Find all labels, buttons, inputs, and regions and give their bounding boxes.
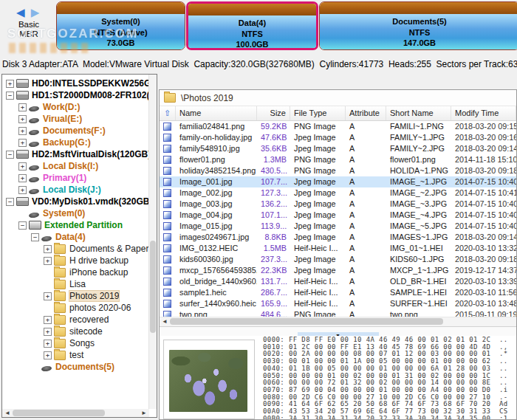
file-row-image-015-jpg[interactable]: Image_015.jpg113.9...Jpeg ImageAIMAGE_~5… — [160, 221, 516, 232]
scroll-left-icon[interactable]: ◄ — [162, 317, 168, 326]
scrollbar-thumb[interactable] — [170, 318, 443, 325]
file-row-surfer-1440x960-heic[interactable]: surfer_1440x960.heic165.9...Heif-Heic I.… — [160, 298, 516, 309]
tree-horizontal-scrollbar[interactable]: ◄ ► — [2, 409, 149, 417]
tree-item-data-4[interactable]: −Data(4) — [4, 231, 148, 243]
file-name: holiday34852154.png — [176, 165, 257, 176]
tree-item-backup-g[interactable]: +Backup(G:) — [4, 137, 148, 148]
file-type: Jpeg Image — [290, 187, 346, 199]
tree-item-system-0[interactable]: System(0) — [4, 207, 148, 219]
tree-item-documents-f[interactable]: +Documents(F:) — [4, 125, 148, 137]
file-row-image-002-jpg[interactable]: Image_002.jpg127.3...Jpeg ImageAIMAGE_~2… — [160, 187, 516, 199]
scroll-right-icon[interactable]: ► — [141, 409, 147, 417]
file-row-img-0132-heic[interactable]: IMG_0132.HEIC1.5MBHeif-Heic I...AIMG_01~… — [160, 243, 516, 254]
file-row-kids600360-jpg[interactable]: kids600360.jpg237.3...Jpeg ImageAKIDS60~… — [160, 254, 516, 265]
tree-vertical-scrollbar[interactable] — [148, 75, 157, 409]
file-row-sample1-heic[interactable]: sample1.heic286.7...Heif-Heic I...ASAMPL… — [160, 287, 516, 298]
collapse-minus-icon[interactable]: − — [31, 233, 39, 241]
tree-item-photos-2019[interactable]: +Photos 2019 — [4, 290, 148, 302]
file-short-name: IMAGE_~5.JPG — [386, 221, 451, 232]
tree-item-documents-papers[interactable]: +Documents & Papers — [4, 243, 148, 255]
file-list-horizontal-scrollbar[interactable]: ◄ — [160, 317, 516, 326]
tree-item-vd0-mydisk01-vmdk-320gb[interactable]: −VD0:MyDisk01.vmdk(320GB) — [4, 196, 148, 207]
expand-plus-icon[interactable]: + — [44, 292, 52, 300]
file-name: mxcp_157656459385... — [176, 265, 257, 276]
tree-item-local-disk-j[interactable]: +Local Disk(J:) — [4, 184, 148, 196]
tree-item-hd1-st2000dm008-2fr102-1863[interactable]: −HD1:ST2000DM008-2FR102(1863 — [4, 89, 148, 101]
file-type: Heif-Heic I... — [290, 298, 346, 309]
partition-name: Documents(5) — [320, 16, 517, 27]
tree-item-label: Songs — [69, 338, 95, 348]
tree-item-recovered[interactable]: +recovered — [4, 314, 148, 326]
tree-item-primary-1[interactable]: +Primary(1) — [4, 172, 148, 184]
file-row-image-001-jpg[interactable]: Image_001.jpg107.7...Jpeg ImageAIMAGE_~1… — [160, 176, 516, 187]
tree-item-local-disk-i[interactable]: +Local Disk(I:) — [4, 160, 148, 172]
column-header-size[interactable]: Size — [257, 106, 290, 120]
file-modify-time: 2014-07-15 10:41:08 — [451, 187, 516, 199]
expand-plus-icon[interactable]: + — [6, 80, 14, 88]
file-short-name: IMAGE_~4.JPG — [386, 210, 451, 221]
expand-plus-icon[interactable]: + — [44, 328, 52, 336]
column-header-name[interactable]: Name — [176, 106, 257, 120]
expand-plus-icon[interactable]: + — [18, 186, 27, 194]
expand-plus-icon[interactable]: + — [18, 127, 27, 135]
column-header-short-name[interactable]: Short Name — [386, 106, 451, 120]
file-row-family-on-holiday-jpg[interactable]: family-on-holiday.jpg47.6KBJpeg ImageAFA… — [160, 132, 516, 143]
partition-block-system-0[interactable]: System(0)NTFS (Active)73.0GB — [56, 1, 185, 50]
tree-item-iphone-backup[interactable]: iPhone backup — [4, 266, 148, 278]
tree-item-hd2-msftvirtualdisk-120gb[interactable]: −HD2:MsftVirtualDisk(120GB) — [4, 148, 148, 160]
file-row-image-003-jpg[interactable]: Image_003.jpg136.2...Jpeg ImageAIMAGE_~3… — [160, 199, 516, 210]
file-row-holiday34852154-png[interactable]: holiday34852154.png430.5...PNG ImageAHOL… — [160, 165, 516, 176]
file-row-image-004-jpg[interactable]: Image_004.jpg107.1...Jpeg ImageAIMAGE_~4… — [160, 210, 516, 221]
expand-plus-icon[interactable]: + — [18, 139, 27, 147]
tree-item-documents-5[interactable]: Documents(5) — [4, 361, 148, 373]
column-header-modify-time[interactable]: Modify Time — [451, 106, 516, 120]
file-short-name: FAMILY~1.JPG — [386, 132, 451, 143]
expand-plus-icon[interactable]: + — [44, 257, 52, 265]
tree-item-hd0-intelssdpekkw256g8-238[interactable]: +HD0:INTELSSDPEKKW256G8(238 — [4, 78, 148, 89]
expand-plus-icon[interactable]: + — [18, 174, 27, 182]
nav-back-icon[interactable]: ◀ — [16, 6, 27, 18]
file-row-two-png[interactable]: two.png484.6...PNG ImageAtwo.png2015-09-… — [160, 309, 516, 317]
file-size: 8.8KB — [257, 232, 290, 243]
splitter-bar[interactable]: ▼ — [160, 326, 516, 336]
file-name: familia024841.png — [176, 121, 257, 132]
partition-block-data-4[interactable]: Data(4)NTFS100.0GB — [186, 1, 318, 50]
file-row-old-bridge-1440x960[interactable]: old_bridge_1440x960...131.7...Heif-Heic … — [160, 276, 516, 287]
partition-used-bar — [188, 4, 316, 16]
tree-item-lisa[interactable]: Lisa — [4, 278, 148, 290]
collapse-minus-icon[interactable]: − — [6, 92, 14, 100]
file-row-images0249671-jpg[interactable]: images0249671.jpg8.8KBJpeg ImageAIMAGES~… — [160, 232, 516, 243]
expand-plus-icon[interactable]: + — [18, 115, 27, 123]
expand-plus-icon[interactable]: + — [18, 162, 27, 171]
file-row-flower01-png[interactable]: flower01.png1.3MBPNG ImageAflower01.png2… — [160, 154, 516, 165]
tree-item-extended-partition[interactable]: −Extended Partition — [4, 219, 148, 231]
tree-item-photos-2020-06[interactable]: photos 2020-06 — [4, 302, 148, 314]
tree-item-virual-e[interactable]: +Virual(E:) — [4, 113, 148, 125]
column-header-attribute[interactable]: Attribute — [346, 106, 386, 120]
expand-plus-icon[interactable]: + — [18, 103, 27, 111]
tree-item-songs[interactable]: +Songs — [4, 337, 148, 349]
sort-up-icon[interactable]: ⇧ — [160, 106, 176, 120]
file-row-family548910-jpg[interactable]: family548910.jpg35.6KBJpeg ImageAFAMILY~… — [160, 143, 516, 154]
expand-plus-icon[interactable]: + — [44, 316, 52, 324]
collapse-minus-icon[interactable]: − — [18, 221, 27, 230]
file-row-mxcp-157656459385[interactable]: mxcp_157656459385...22.3KBJpeg ImageAMXC… — [160, 265, 516, 276]
expand-plus-icon[interactable]: + — [44, 351, 52, 359]
file-row-familia024841-png[interactable]: familia024841.png59.2KBPNG ImageAFAMILI~… — [160, 121, 516, 132]
scroll-left-icon[interactable]: ◄ — [4, 409, 10, 417]
folder-icon — [54, 292, 66, 301]
column-header-file-type[interactable]: File Type — [290, 106, 346, 120]
expand-plus-icon[interactable]: + — [44, 340, 52, 348]
tree-item-h-drive-backup[interactable]: +H drive backup — [4, 255, 148, 266]
tree-item-label: HD1:ST2000DM008-2FR102(1863 — [32, 90, 148, 100]
tree-item-test[interactable]: +test — [4, 349, 148, 361]
partition-block-documents-5[interactable]: Documents(5)NTFS147.0GB — [319, 1, 517, 50]
tree-item-sitecode[interactable]: +sitecode — [4, 326, 148, 337]
file-type: Jpeg Image — [290, 265, 346, 276]
expand-plus-icon[interactable]: + — [44, 245, 52, 253]
tree-item-work-d[interactable]: +Work(D:) — [4, 101, 148, 113]
nav-forward-icon[interactable]: ▶ — [31, 6, 41, 18]
collapse-minus-icon[interactable]: − — [6, 198, 14, 206]
collapse-minus-icon[interactable]: − — [6, 151, 14, 159]
hex-preview-panel[interactable]: 0000: FF D8 FF E0 00 10 4A 46 49 46 00 0… — [160, 336, 516, 419]
